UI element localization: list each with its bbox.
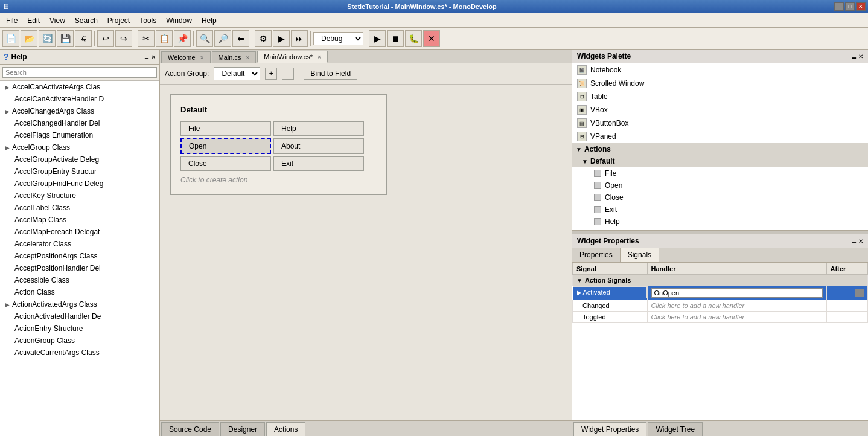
help-item[interactable]: AccelCanActivateHandler D — [0, 93, 159, 105]
widget-vbox[interactable]: ▣ VBox — [572, 103, 868, 117]
help-item[interactable]: ▶AccelGroup Class — [0, 141, 159, 153]
file-action-button[interactable]: File — [180, 121, 271, 136]
help-item[interactable]: ▶AccelCanActivateArgs Clas — [0, 81, 159, 93]
actions-section-header[interactable]: ▼ Actions — [572, 143, 868, 155]
break-btn[interactable]: ✕ — [423, 30, 440, 47]
action-about-item[interactable]: About — [589, 228, 868, 230]
new-button[interactable]: 📄 — [2, 30, 19, 47]
menu-item-window[interactable]: Window — [162, 15, 196, 26]
minimize-button[interactable]: — — [834, 2, 844, 11]
activated-after-checkbox[interactable] — [855, 289, 864, 297]
widget-tree-tab[interactable]: Widget Tree — [648, 422, 703, 436]
menu-item-tools[interactable]: Tools — [136, 15, 160, 26]
undo-button[interactable]: ↩ — [97, 30, 114, 47]
about-action-button[interactable]: About — [273, 138, 364, 154]
palette-close-icon[interactable]: ✕ — [858, 53, 863, 60]
remove-action-group-button[interactable]: — — [282, 68, 294, 80]
search-btn[interactable]: 🔍 — [196, 30, 213, 47]
add-action-group-button[interactable]: + — [265, 68, 277, 80]
tab-maincs[interactable]: Main.cs× — [212, 51, 257, 63]
stop-button[interactable]: ⏹ — [387, 30, 404, 47]
props-minimize-icon[interactable]: 🗕 — [851, 238, 857, 245]
menu-item-edit[interactable]: Edit — [24, 15, 43, 26]
action-help-item[interactable]: Help — [589, 216, 868, 228]
source-code-tab[interactable]: Source Code — [161, 422, 219, 436]
menu-item-view[interactable]: View — [46, 15, 69, 26]
palette-minimize-icon[interactable]: 🗕 — [851, 53, 857, 60]
help-action-button[interactable]: Help — [273, 121, 364, 136]
help-item[interactable]: AcceptPositionHandler Del — [0, 262, 159, 274]
close-button[interactable]: ✕ — [856, 2, 866, 11]
help-item[interactable]: ActionGroup Class — [0, 335, 159, 347]
tab-mainwindowcs[interactable]: MainWindow.cs*× — [257, 51, 328, 63]
open-action-button[interactable]: Open — [180, 138, 271, 154]
search2-btn[interactable]: 🔎 — [214, 30, 231, 47]
copy-button[interactable]: 📋 — [156, 30, 173, 47]
debug-run-btn[interactable]: 🐛 — [405, 30, 422, 47]
browse-btn[interactable]: ⬅ — [232, 30, 249, 47]
tab-close-welcome[interactable]: × — [200, 54, 204, 61]
help-item[interactable]: ActivateCurrentArgs Class — [0, 347, 159, 359]
help-item[interactable]: Accelerator Class — [0, 238, 159, 250]
widget-table[interactable]: ⊞ Table — [572, 90, 868, 103]
maximize-button[interactable]: □ — [845, 2, 855, 11]
changed-handler-cell[interactable]: Click here to add a new handler — [647, 300, 826, 312]
close-action-button[interactable]: Close — [180, 156, 271, 171]
reload-button[interactable]: 🔄 — [39, 30, 56, 47]
widget-properties-bottom-tab[interactable]: Widget Properties — [573, 422, 646, 436]
action-file-item[interactable]: File — [589, 167, 868, 179]
menu-item-search[interactable]: Search — [71, 15, 101, 26]
signals-tab[interactable]: Signals — [621, 248, 659, 262]
paste-button[interactable]: 📌 — [174, 30, 191, 47]
bind-to-field-button[interactable]: Bind to Field — [304, 68, 357, 80]
toggled-handler-hint[interactable]: Click here to add a new handler — [651, 313, 745, 321]
help-item[interactable]: AccelMapForeach Delegat — [0, 226, 159, 238]
props-close-icon[interactable]: ✕ — [858, 238, 863, 245]
changed-handler-hint[interactable]: Click here to add a new handler — [651, 302, 745, 309]
action-open-item[interactable]: Open — [589, 179, 868, 191]
help-item[interactable]: AccelFlags Enumeration — [0, 129, 159, 141]
properties-tab[interactable]: Properties — [572, 248, 621, 262]
cut-button[interactable]: ✂ — [138, 30, 155, 47]
menu-item-project[interactable]: Project — [104, 15, 133, 26]
debug-dropdown[interactable]: Debug Release — [313, 32, 363, 45]
menu-item-file[interactable]: File — [2, 15, 21, 26]
menu-item-help[interactable]: Help — [198, 15, 220, 26]
help-item[interactable]: AccelGroupEntry Structur — [0, 165, 159, 178]
action-signals-header[interactable]: ▼ Action Signals — [573, 275, 867, 286]
create-action-hint[interactable]: Click to create action — [180, 176, 376, 184]
help-item[interactable]: AccelChangedHandler Del — [0, 117, 159, 129]
action-close-item[interactable]: Close — [589, 191, 868, 204]
print-button[interactable]: 🖨 — [75, 30, 92, 47]
toggled-handler-cell[interactable]: Click here to add a new handler — [647, 312, 826, 323]
build-btn[interactable]: ⚙ — [255, 30, 272, 47]
step-btn[interactable]: ▶ — [273, 30, 290, 47]
tab-close-maincs[interactable]: × — [246, 54, 249, 61]
save-button[interactable]: 💾 — [57, 30, 74, 47]
widget-scrolled-window[interactable]: 📜 Scrolled Window — [572, 77, 868, 90]
widget-notebook[interactable]: 📓 Notebook — [572, 63, 868, 77]
help-item[interactable]: AccelKey Structure — [0, 190, 159, 202]
help-minimize-icon[interactable]: 🗕 — [144, 54, 150, 60]
tab-close-mainwindowcs[interactable]: × — [318, 54, 321, 60]
activated-handler-input[interactable] — [651, 288, 823, 298]
widget-vpaned[interactable]: ⊟ VPaned — [572, 130, 868, 143]
designer-tab[interactable]: Designer — [220, 422, 265, 436]
help-search-input[interactable] — [2, 67, 157, 78]
help-item[interactable]: ▶ActionActivatedArgs Class — [0, 298, 159, 310]
help-item[interactable]: AccelGroupActivate Deleg — [0, 153, 159, 165]
help-item[interactable]: AccelGroupFindFunc Deleg — [0, 178, 159, 190]
help-item[interactable]: Accessible Class — [0, 274, 159, 286]
action-group-dropdown[interactable]: Default — [214, 67, 260, 80]
exit-action-button[interactable]: Exit — [273, 156, 364, 171]
help-item[interactable]: ActionEntry Structure — [0, 322, 159, 335]
help-item[interactable]: ActionActivatedHandler De — [0, 310, 159, 322]
help-item[interactable]: AcceptPositionArgs Class — [0, 250, 159, 262]
tab-welcome[interactable]: Welcome× — [161, 51, 211, 63]
widget-vbuttonbox[interactable]: ▤ VButtonBox — [572, 117, 868, 130]
action-exit-item[interactable]: Exit — [589, 204, 868, 216]
actions-tab[interactable]: Actions — [266, 422, 305, 436]
help-item[interactable]: AccelMap Class — [0, 214, 159, 226]
step2-btn[interactable]: ⏭ — [291, 30, 308, 47]
open-button[interactable]: 📂 — [21, 30, 37, 47]
